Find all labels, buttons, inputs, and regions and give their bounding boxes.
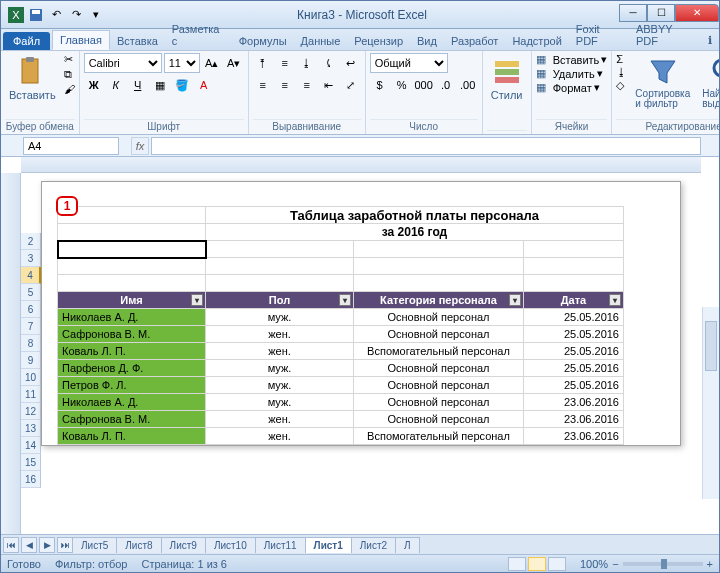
cell[interactable]: за 2016 год <box>206 224 624 241</box>
row-header[interactable]: 5 <box>21 284 41 301</box>
format-painter-icon[interactable]: 🖌 <box>64 83 75 95</box>
align-bottom-icon[interactable]: ⭳ <box>297 53 317 73</box>
cell[interactable]: Пол▾ <box>206 292 354 309</box>
row-header[interactable]: 8 <box>21 335 41 352</box>
sheet-tab[interactable]: Лист1 <box>305 537 352 553</box>
row-header[interactable]: 2 <box>21 233 41 250</box>
ribbon-tab[interactable]: Данные <box>294 32 348 50</box>
fx-icon[interactable]: fx <box>131 137 149 155</box>
name-box[interactable] <box>23 137 119 155</box>
ribbon-tab[interactable]: Разметка с <box>165 20 232 50</box>
comma-icon[interactable]: 000 <box>414 75 434 95</box>
ribbon-tab[interactable]: Вставка <box>110 32 165 50</box>
ribbon-tab[interactable]: Главная <box>52 30 110 50</box>
font-name-select[interactable]: Calibri <box>84 53 162 73</box>
file-tab[interactable]: Файл <box>3 32 50 50</box>
ribbon-tab[interactable]: Разработ <box>444 32 505 50</box>
grow-font-icon[interactable]: A▴ <box>202 53 222 73</box>
cell[interactable]: Николаев А. Д. <box>58 309 206 326</box>
row-header[interactable]: 15 <box>21 454 41 471</box>
styles-button[interactable]: Стили <box>487 53 527 103</box>
tab-nav-last-icon[interactable]: ⏭ <box>57 537 73 553</box>
cell[interactable]: Сафронова В. М. <box>58 326 206 343</box>
cells-format-button[interactable]: ▦ Формат ▾ <box>536 81 600 94</box>
autosum-icon[interactable]: Σ <box>616 53 627 65</box>
row-header[interactable]: 3 <box>21 250 41 267</box>
align-center-icon[interactable]: ≡ <box>275 75 295 95</box>
filter-icon[interactable]: ▾ <box>191 294 203 306</box>
cell[interactable] <box>524 241 624 258</box>
tab-nav-next-icon[interactable]: ▶ <box>39 537 55 553</box>
cell[interactable]: 25.05.2016 <box>524 309 624 326</box>
cell[interactable]: жен. <box>206 326 354 343</box>
row-header[interactable]: 14 <box>21 437 41 454</box>
underline-icon[interactable]: Ч <box>128 75 148 95</box>
cell[interactable]: 25.05.2016 <box>524 377 624 394</box>
number-format-select[interactable]: Общий <box>370 53 448 73</box>
cell[interactable] <box>354 275 524 292</box>
cell[interactable]: Сафронова В. М. <box>58 411 206 428</box>
cell[interactable]: Основной персонал <box>354 377 524 394</box>
find-select-button[interactable]: Найти и выделить <box>698 53 720 111</box>
zoom-out-icon[interactable]: − <box>612 558 618 570</box>
align-top-icon[interactable]: ⭱ <box>253 53 273 73</box>
cell[interactable]: Основной персонал <box>354 326 524 343</box>
formula-bar[interactable] <box>151 137 701 155</box>
sheet-tab[interactable]: Лист5 <box>72 537 117 553</box>
row-header[interactable]: 13 <box>21 420 41 437</box>
ribbon-tab[interactable]: Вид <box>410 32 444 50</box>
sheet-tab[interactable]: Лист10 <box>205 537 256 553</box>
inc-decimal-icon[interactable]: .0 <box>436 75 456 95</box>
cell[interactable]: Категория персонала▾ <box>354 292 524 309</box>
cell[interactable]: 25.05.2016 <box>524 360 624 377</box>
cell[interactable]: Парфенов Д. Ф. <box>58 360 206 377</box>
cell[interactable] <box>354 241 524 258</box>
cell[interactable]: жен. <box>206 343 354 360</box>
cell[interactable]: 25.05.2016 <box>524 326 624 343</box>
cell[interactable]: 23.06.2016 <box>524 394 624 411</box>
indent-dec-icon[interactable]: ⇤ <box>319 75 339 95</box>
cell[interactable]: Дата▾ <box>524 292 624 309</box>
ribbon-tab[interactable]: Формулы <box>232 32 294 50</box>
cell[interactable]: Коваль Л. П. <box>58 343 206 360</box>
tab-nav-prev-icon[interactable]: ◀ <box>21 537 37 553</box>
sheet-tab[interactable]: Лист11 <box>255 537 306 553</box>
cell[interactable]: Коваль Л. П. <box>58 428 206 445</box>
cell[interactable]: Основной персонал <box>354 360 524 377</box>
sheet-tab[interactable]: Лист8 <box>116 537 161 553</box>
filter-icon[interactable]: ▾ <box>509 294 521 306</box>
maximize-button[interactable]: ☐ <box>647 4 675 22</box>
row-header[interactable]: 7 <box>21 318 41 335</box>
cell[interactable] <box>58 258 206 275</box>
cell[interactable]: Основной персонал <box>354 309 524 326</box>
clear-icon[interactable]: ◇ <box>616 79 627 92</box>
sheet-tab[interactable]: Лист9 <box>161 537 206 553</box>
cell[interactable]: 23.06.2016 <box>524 428 624 445</box>
view-page-layout-icon[interactable] <box>528 557 546 571</box>
cells-insert-button[interactable]: ▦ Вставить ▾ <box>536 53 608 66</box>
sort-filter-button[interactable]: Сортировка и фильтр <box>631 53 694 111</box>
align-left-icon[interactable]: ≡ <box>253 75 273 95</box>
border-icon[interactable]: ▦ <box>150 75 170 95</box>
ribbon-tab[interactable]: Рецензир <box>347 32 410 50</box>
minimize-button[interactable]: ─ <box>619 4 647 22</box>
row-header[interactable]: 9 <box>21 352 41 369</box>
cell[interactable]: Петров Ф. Л. <box>58 377 206 394</box>
vertical-scrollbar[interactable] <box>702 307 719 499</box>
zoom-control[interactable]: 100% − + <box>580 558 713 570</box>
cell[interactable] <box>524 258 624 275</box>
cell[interactable]: муж. <box>206 394 354 411</box>
filter-icon[interactable]: ▾ <box>339 294 351 306</box>
shrink-font-icon[interactable]: A▾ <box>224 53 244 73</box>
row-header[interactable]: 12 <box>21 403 41 420</box>
font-color-icon[interactable]: A <box>194 75 214 95</box>
row-header[interactable]: 10 <box>21 369 41 386</box>
cell[interactable]: муж. <box>206 360 354 377</box>
cell[interactable]: муж. <box>206 377 354 394</box>
cell[interactable]: Имя▾ <box>58 292 206 309</box>
fill-color-icon[interactable]: 🪣 <box>172 75 192 95</box>
save-icon[interactable] <box>27 6 45 24</box>
wrap-text-icon[interactable]: ↩ <box>341 53 361 73</box>
scrollbar-thumb[interactable] <box>705 321 717 371</box>
ribbon-tab[interactable]: Надстрой <box>505 32 568 50</box>
